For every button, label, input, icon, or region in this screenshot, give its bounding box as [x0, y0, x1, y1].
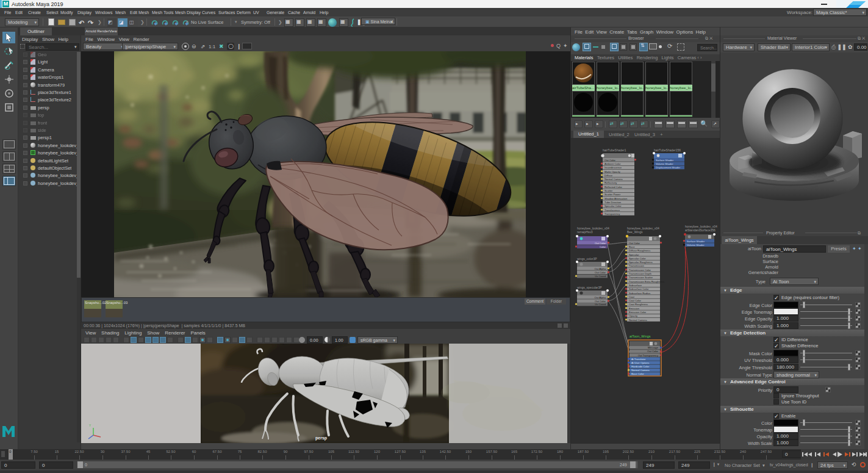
svg-text:Uv Coord: Uv Coord	[595, 275, 606, 278]
svg-text:Volume Shader: Volume Shader	[656, 162, 673, 165]
svg-text:Emission Color: Emission Color	[629, 311, 647, 314]
svg-text:Transmission Color: Transmission Color	[629, 269, 651, 272]
svg-text:Scatter: Scatter	[604, 189, 613, 192]
svg-text:Emission: Emission	[629, 307, 640, 310]
svg-text:Out Color: Out Color	[595, 300, 606, 303]
svg-text:Transparency: Transparency	[604, 212, 620, 215]
svg-text:Base: Base	[629, 245, 635, 248]
svg-text:Out Alpha: Out Alpha	[595, 267, 606, 270]
svg-text:Specular Color: Specular Color	[604, 204, 622, 208]
svg-text:Transmission Depth: Transmission Depth	[629, 272, 652, 275]
svg-text:Out Transparency: Out Transparency	[638, 354, 659, 357]
svg-text:Normal Camera: Normal Camera	[629, 319, 647, 322]
svg-text:Bee_Wings: Bee_Wings	[627, 230, 643, 234]
svg-text:Coat Roughness: Coat Roughness	[629, 303, 648, 306]
svg-text:Opacity: Opacity	[629, 314, 638, 317]
svg-text:wings_color3P: wings_color3P	[577, 257, 597, 261]
svg-text:Coat Color: Coat Color	[629, 299, 642, 302]
svg-text:Transmission Extra Roughness: Transmission Extra Roughness	[629, 280, 664, 283]
svg-text:Surface Shader: Surface Shader	[687, 240, 705, 243]
svg-text:Base Color: Base Color	[631, 372, 644, 375]
svg-text:wings_specular3P: wings_specular3P	[577, 286, 602, 289]
svg-text:Hardcode Color: Hardcode Color	[631, 365, 650, 368]
svg-text:Reflectivity: Reflectivity	[604, 181, 617, 184]
svg-text:Tube Direction: Tube Direction	[604, 201, 622, 204]
svg-text:aiToon_Wings: aiToon_Wings	[629, 334, 651, 338]
svg-text:Incandescence: Incandescence	[604, 166, 622, 169]
svg-text:Ai User Options: Ai User Options	[631, 361, 649, 364]
svg-text:remapHsv3: remapHsv3	[577, 230, 593, 234]
svg-text:Subsurface Color: Subsurface Color	[629, 287, 649, 291]
svg-text:hairTubeShader156: hairTubeShader156	[654, 148, 681, 152]
svg-text:Ai Translator: Ai Translator	[631, 358, 646, 361]
svg-text:Subsurface Radius: Subsurface Radius	[629, 292, 650, 295]
svg-text:Coat: Coat	[629, 295, 635, 298]
svg-text:Uv Coord: Uv Coord	[595, 303, 606, 306]
svg-text:Out Alpha: Out Alpha	[595, 296, 606, 299]
svg-text:Message: Message	[648, 346, 659, 349]
svg-text:Scatter Power: Scatter Power	[604, 193, 621, 196]
svg-text:Transmission: Transmission	[629, 264, 644, 267]
svg-text:Color: Color	[600, 245, 606, 248]
svg-text:Out Color: Out Color	[629, 242, 640, 245]
svg-text:Shadow Attenuation: Shadow Attenuation	[604, 197, 628, 200]
svg-text:Reflected Color: Reflected Color	[604, 186, 622, 189]
svg-text:aiStandardSurface356: aiStandardSurface356	[685, 228, 716, 232]
svg-text:Specular Color: Specular Color	[629, 257, 646, 260]
svg-text:Ambient Color: Ambient Color	[604, 162, 621, 165]
svg-text:Subsurface: Subsurface	[629, 284, 642, 287]
svg-text:Specular Roughness: Specular Roughness	[629, 261, 653, 264]
svg-text:Normal Camera: Normal Camera	[631, 369, 650, 372]
svg-text:Out Color: Out Color	[647, 350, 659, 353]
svg-text:hairTubeShader1: hairTubeShader1	[603, 148, 626, 152]
svg-text:Out Color: Out Color	[595, 242, 606, 245]
svg-text:Out Color: Out Color	[604, 159, 616, 162]
svg-text:Diffuse: Diffuse	[604, 174, 613, 177]
svg-text:Normal Camera: Normal Camera	[604, 178, 623, 181]
svg-text:Translucence: Translucence	[604, 209, 620, 212]
svg-text:Volume Shader: Volume Shader	[687, 244, 705, 247]
svg-text:Transmission Scatter: Transmission Scatter	[629, 276, 653, 279]
svg-text:Specular: Specular	[629, 253, 639, 256]
svg-text:Matte Opacity: Matte Opacity	[604, 170, 621, 173]
svg-text:Diffuse Roughness: Diffuse Roughness	[629, 249, 650, 252]
svg-text:Out Color: Out Color	[595, 271, 606, 274]
svg-text:Surface Shader: Surface Shader	[656, 159, 674, 162]
svg-text:Displacement Shader: Displacement Shader	[656, 166, 681, 169]
